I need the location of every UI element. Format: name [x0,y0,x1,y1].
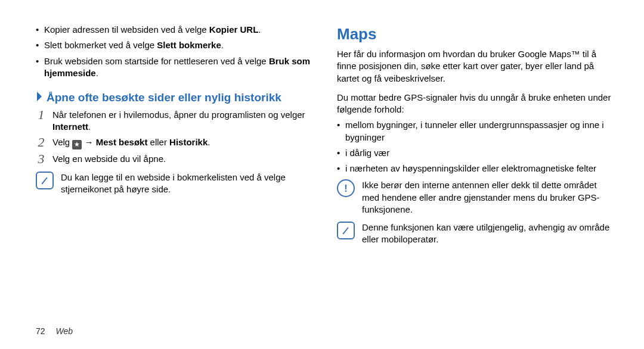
lead-paragraph: Du mottar bedre GPS-signaler hvis du unn… [337,92,614,116]
step-item: 3 Velg en webside du vil åpne. [36,153,313,166]
step-item: 2 Velg ★ → Mest besøkt eller Historikk. [36,136,313,149]
bold: Kopier URL [209,24,259,35]
text: Velg [52,137,72,147]
note-icon [337,222,355,239]
subheading: Åpne ofte besøkte sider eller nylig hist… [36,90,313,105]
note-text: Du kan legge til en webside i bokmerkeli… [61,172,313,196]
step-item: 1 Når telefonen er i hvilemodus, åpner d… [36,109,313,133]
page-footer: 72 Web [36,326,73,336]
list-item: Kopier adressen til websiden ved å velge… [36,24,313,36]
step-list: 1 Når telefonen er i hvilemodus, åpner d… [36,109,313,166]
text: eller [147,137,169,147]
text: . [258,24,261,35]
list-item: i dårlig vær [337,147,614,159]
section-title: Maps [337,24,614,45]
intro-paragraph: Her får du informasjon om hvordan du bru… [337,48,614,85]
page-body: Kopier adressen til websiden ved å velge… [0,0,644,310]
step-number: 2 [36,136,47,149]
right-column: Maps Her får du informasjon om hvordan d… [337,24,614,310]
step-body: Velg ★ → Mest besøkt eller Historikk. [52,136,313,149]
subheading-text: Åpne ofte besøkte sider eller nylig hist… [47,90,281,105]
svg-point-0 [42,182,43,183]
bold: Slett bokmerke [157,40,221,50]
page-number: 72 [36,326,45,336]
left-bullet-list: Kopier adressen til websiden ved å velge… [36,24,313,79]
bold: Internett [52,121,88,132]
note-text: Denne funksjonen kan være utilgjengelig,… [362,222,614,246]
bold: Mest besøkt [96,137,148,147]
svg-point-1 [343,233,344,234]
step-body: Velg en webside du vil åpne. [52,153,313,165]
step-number: 1 [36,108,47,121]
star-icon: ★ [72,140,82,149]
text: . [88,121,91,132]
text: . [208,137,210,147]
left-column: Kopier adressen til websiden ved å velge… [36,24,313,310]
text: Kopier adressen til websiden ved å velge [44,24,209,35]
note-block: Du kan legge til en webside i bokmerkeli… [36,172,313,196]
text: . [221,40,224,50]
list-item: mellom bygninger, i tunneler eller under… [337,119,614,144]
text: . [96,68,98,78]
step-number: 3 [36,152,47,166]
step-body: Når telefonen er i hvilemodus, åpner du … [52,109,313,133]
list-item: Bruk websiden som startside for nettlese… [36,55,313,80]
note-block: Denne funksjonen kan være utilgjengelig,… [337,222,614,246]
section-name: Web [55,326,73,336]
list-item: Slett bokmerket ved å velge Slett bokmer… [36,39,313,51]
bold: Historikk [169,137,208,147]
text: → [82,137,95,147]
chevron-right-icon [36,90,43,105]
text: Bruk websiden som startside for nettlese… [44,56,269,66]
warning-block: ! Ikke berør den interne antennen eller … [337,179,614,216]
text: Slett bokmerket ved å velge [44,40,157,50]
note-icon [36,172,54,189]
right-bullet-list: mellom bygninger, i tunneler eller under… [337,119,614,174]
list-item: i nærheten av høyspenningskilder eller e… [337,163,614,174]
warning-icon: ! [337,179,355,197]
text: Når telefonen er i hvilemodus, åpner du … [52,110,305,120]
warning-text: Ikke berør den interne antennen eller de… [362,179,614,216]
